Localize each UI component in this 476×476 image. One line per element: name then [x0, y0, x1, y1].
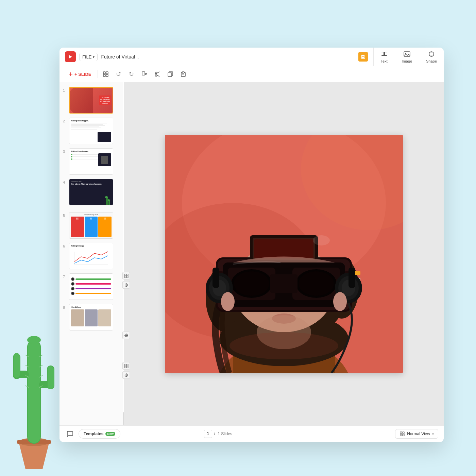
paste-button[interactable] [178, 69, 188, 79]
slide-num-5: 5 [63, 212, 67, 218]
text-tool-label: Text [381, 59, 388, 63]
svg-rect-98 [28, 341, 40, 443]
slide-item-7[interactable]: 7 [60, 271, 122, 302]
svg-line-22 [157, 75, 159, 77]
new-badge: New [105, 432, 115, 436]
file-chevron: ▾ [93, 55, 95, 59]
svg-rect-72 [254, 239, 313, 258]
text-tool[interactable]: Text [374, 48, 395, 66]
svg-rect-69 [270, 274, 298, 293]
slide-item-1[interactable]: 1 THE FUTURE OF SHOPPING WITH VIRTUAL RE… [60, 85, 122, 116]
bottom-bar: Templates New 1 / 1 Slides Normal View ▾ [60, 425, 444, 442]
slide-thumb-3: Making Ideas happen [69, 148, 113, 175]
add-slide-button[interactable]: + SLIDE [65, 70, 95, 79]
slide-num-2: 2 [63, 118, 67, 123]
svg-rect-81 [213, 268, 219, 288]
svg-rect-14 [106, 72, 108, 74]
slide-item-4[interactable]: 4 It's not about Ideas. It's about Makin… [60, 177, 122, 207]
paint-format-button[interactable] [139, 69, 150, 79]
page-number-input[interactable]: 1 [204, 430, 212, 438]
file-menu[interactable]: FILE ▾ [79, 53, 98, 61]
slide-thumb-1: THE FUTURE OF SHOPPING WITH VIRTUAL REAL… [69, 87, 113, 114]
svg-rect-3 [362, 57, 364, 58]
toolbar-right-tools: Text Image Shape [373, 48, 444, 66]
shape-tool-label: Shape [426, 59, 437, 63]
svg-rect-7 [404, 52, 410, 56]
svg-rect-25 [182, 72, 184, 73]
image-tool[interactable]: Image [395, 48, 420, 66]
shape-tool[interactable]: Shape [419, 48, 444, 66]
svg-point-90 [230, 332, 338, 359]
main-content: 1 THE FUTURE OF SHOPPING WITH VIRTUAL RE… [60, 82, 444, 425]
svg-rect-85 [348, 268, 355, 288]
svg-rect-17 [142, 72, 145, 75]
save-icon[interactable] [358, 52, 368, 62]
toolbar2: + SLIDE ↺ ↻ [60, 66, 444, 82]
svg-rect-13 [103, 72, 105, 74]
slide-num-1: 1 [63, 87, 67, 92]
svg-rect-10 [430, 52, 433, 56]
file-label: FILE [82, 54, 91, 60]
svg-rect-6 [381, 55, 387, 56]
slide-thumb-5: Simple Pricing Table $30 Basic $60 Plus [69, 212, 113, 239]
cactus-decoration [0, 306, 68, 476]
redo-button[interactable]: ↻ [126, 69, 137, 79]
layout-button[interactable] [101, 69, 111, 79]
slide-num-3: 3 [63, 148, 67, 154]
normal-view-label: Normal View [407, 431, 430, 436]
templates-button[interactable]: Templates New [79, 429, 120, 439]
slide-thumb-8: Idea Makers [69, 304, 113, 330]
app-window: FILE ▾ Future of Virtual .. [60, 48, 444, 442]
view-controls: Normal View ▾ [395, 429, 438, 439]
slide-thumb-7 [69, 273, 113, 300]
svg-line-21 [157, 72, 159, 73]
page-total: / 1 Slides [214, 431, 232, 436]
slide-thumb-4: It's not about Ideas. It's about Making … [69, 179, 113, 205]
svg-rect-2 [362, 55, 364, 56]
svg-point-86 [221, 292, 235, 311]
copy-button[interactable] [165, 69, 175, 79]
page-indicator: 1 / 1 Slides [204, 430, 232, 438]
slide-item-3[interactable]: 3 Making Ideas happen [60, 146, 122, 177]
add-slide-label: + SLIDE [74, 72, 91, 77]
title-toolbar: FILE ▾ Future of Virtual .. [60, 48, 444, 66]
normal-view-button[interactable]: Normal View ▾ [395, 429, 438, 439]
slide-item-8[interactable]: 8 Idea Makers [60, 302, 122, 333]
svg-point-20 [155, 75, 157, 76]
svg-point-113 [27, 336, 41, 344]
svg-rect-93 [400, 434, 402, 436]
vr-image [165, 135, 403, 373]
slide-item-5[interactable]: 5 Simple Pricing Table $30 Basic $60 Plu… [60, 210, 122, 241]
canvas-area [124, 82, 444, 425]
slide-panel: 1 THE FUTURE OF SHOPPING WITH VIRTUAL RE… [60, 82, 122, 425]
scissors-button[interactable] [152, 69, 163, 79]
slide-canvas [165, 135, 403, 373]
image-tool-label: Image [402, 59, 412, 63]
slide-num-4: 4 [63, 179, 67, 184]
svg-rect-15 [103, 74, 105, 76]
svg-rect-104 [48, 366, 54, 389]
svg-point-19 [155, 72, 157, 74]
svg-point-65 [234, 271, 269, 296]
svg-rect-23 [168, 73, 172, 76]
undo-button[interactable]: ↺ [114, 69, 124, 79]
slide-thumb-6: Making Strategy [69, 243, 113, 269]
document-title: Future of Virtual .. [101, 54, 355, 60]
svg-rect-101 [14, 353, 20, 378]
normal-view-chevron: ▾ [432, 432, 434, 436]
toolbar-divider [98, 70, 98, 78]
svg-rect-92 [403, 432, 404, 434]
svg-point-68 [299, 271, 334, 296]
slide-item-2[interactable]: 2 Making Ideas happen. [60, 116, 122, 146]
templates-label: Templates [84, 431, 103, 436]
toolbar-left: FILE ▾ Future of Virtual .. [60, 48, 373, 66]
svg-rect-94 [403, 434, 404, 436]
svg-rect-16 [106, 74, 108, 76]
slide-num-6: 6 [63, 243, 67, 248]
slide-thumb-2: Making Ideas happen. [69, 118, 113, 144]
svg-point-88 [313, 235, 330, 245]
svg-marker-0 [69, 55, 72, 58]
svg-rect-91 [400, 432, 402, 434]
play-button[interactable] [65, 51, 76, 62]
slide-item-6[interactable]: 6 Making Strategy [60, 241, 122, 271]
